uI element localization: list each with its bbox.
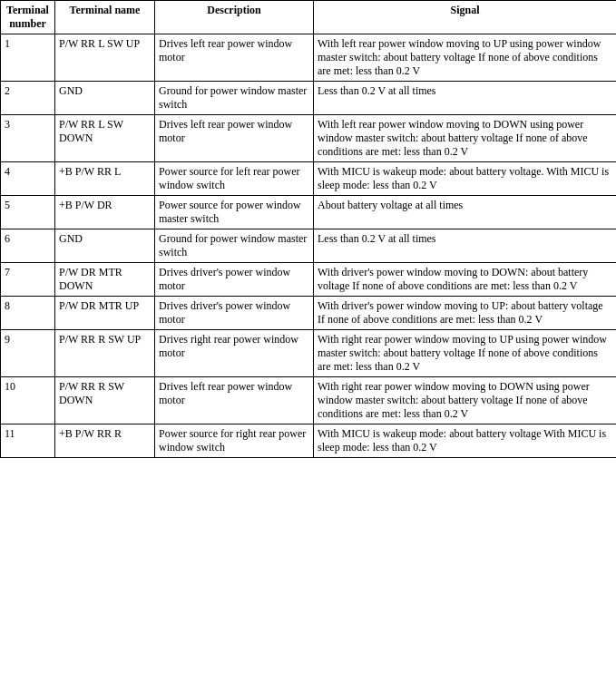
cell-description: Ground for power window master switch bbox=[155, 82, 314, 115]
cell-description: Drives driver's power window motor bbox=[155, 263, 314, 297]
cell-terminal-name: P/W RR R SW DOWN bbox=[55, 377, 155, 424]
table-row: 8P/W DR MTR UPDrives driver's power wind… bbox=[1, 297, 617, 330]
cell-description: Ground for power window master switch bbox=[155, 229, 314, 263]
table-row: 3P/W RR L SW DOWNDrives left rear power … bbox=[1, 115, 617, 162]
cell-terminal-name: GND bbox=[55, 229, 155, 263]
table-row: 6GNDGround for power window master switc… bbox=[1, 229, 617, 263]
cell-terminal-number: 6 bbox=[1, 229, 55, 263]
table-row: 7P/W DR MTR DOWNDrives driver's power wi… bbox=[1, 263, 617, 297]
cell-terminal-number: 11 bbox=[1, 424, 55, 458]
terminal-table: Terminal number Terminal name Descriptio… bbox=[0, 0, 616, 458]
cell-description: Drives left rear power window motor bbox=[155, 377, 314, 424]
cell-terminal-number: 4 bbox=[1, 162, 55, 196]
cell-description: Drives driver's power window motor bbox=[155, 297, 314, 330]
cell-terminal-number: 8 bbox=[1, 297, 55, 330]
cell-terminal-name: GND bbox=[55, 82, 155, 115]
cell-signal: With MICU is wakeup mode: about battery … bbox=[314, 424, 617, 458]
header-description: Description bbox=[155, 1, 314, 34]
header-terminal-number: Terminal number bbox=[1, 1, 55, 34]
cell-terminal-name: P/W RR R SW UP bbox=[55, 330, 155, 377]
cell-description: Power source for left rear power window … bbox=[155, 162, 314, 196]
table-row: 5+B P/W DRPower source for power window … bbox=[1, 196, 617, 229]
header-signal: Signal bbox=[314, 1, 617, 34]
table-row: 2GNDGround for power window master switc… bbox=[1, 82, 617, 115]
cell-description: Drives left rear power window motor bbox=[155, 115, 314, 162]
cell-description: Power source for power window master swi… bbox=[155, 196, 314, 229]
cell-signal: Less than 0.2 V at all times bbox=[314, 82, 617, 115]
cell-signal: With left rear power window moving to DO… bbox=[314, 115, 617, 162]
cell-terminal-number: 9 bbox=[1, 330, 55, 377]
cell-terminal-number: 5 bbox=[1, 196, 55, 229]
cell-description: Drives left rear power window motor bbox=[155, 34, 314, 82]
cell-terminal-name: P/W RR L SW UP bbox=[55, 34, 155, 82]
table-row: 10P/W RR R SW DOWNDrives left rear power… bbox=[1, 377, 617, 424]
cell-terminal-number: 3 bbox=[1, 115, 55, 162]
cell-terminal-number: 10 bbox=[1, 377, 55, 424]
cell-signal: With driver's power window moving to DOW… bbox=[314, 263, 617, 297]
cell-signal: With right rear power window moving to D… bbox=[314, 377, 617, 424]
cell-signal: With MICU is wakeup mode: about battery … bbox=[314, 162, 617, 196]
table-header-row: Terminal number Terminal name Descriptio… bbox=[1, 1, 617, 34]
cell-signal: With right rear power window moving to U… bbox=[314, 330, 617, 377]
cell-signal: About battery voltage at all times bbox=[314, 196, 617, 229]
cell-terminal-name: +B P/W DR bbox=[55, 196, 155, 229]
table-row: 9P/W RR R SW UPDrives right rear power w… bbox=[1, 330, 617, 377]
cell-signal: Less than 0.2 V at all times bbox=[314, 229, 617, 263]
cell-terminal-name: P/W DR MTR UP bbox=[55, 297, 155, 330]
cell-terminal-number: 1 bbox=[1, 34, 55, 82]
table-row: 4+B P/W RR LPower source for left rear p… bbox=[1, 162, 617, 196]
cell-terminal-number: 2 bbox=[1, 82, 55, 115]
cell-signal: With driver's power window moving to UP:… bbox=[314, 297, 617, 330]
cell-signal: With left rear power window moving to UP… bbox=[314, 34, 617, 82]
cell-terminal-name: P/W RR L SW DOWN bbox=[55, 115, 155, 162]
table-row: 11+B P/W RR RPower source for right rear… bbox=[1, 424, 617, 458]
cell-terminal-name: P/W DR MTR DOWN bbox=[55, 263, 155, 297]
cell-description: Power source for right rear power window… bbox=[155, 424, 314, 458]
cell-description: Drives right rear power window motor bbox=[155, 330, 314, 377]
header-terminal-name: Terminal name bbox=[55, 1, 155, 34]
cell-terminal-name: +B P/W RR L bbox=[55, 162, 155, 196]
cell-terminal-name: +B P/W RR R bbox=[55, 424, 155, 458]
table-row: 1P/W RR L SW UPDrives left rear power wi… bbox=[1, 34, 617, 82]
cell-terminal-number: 7 bbox=[1, 263, 55, 297]
